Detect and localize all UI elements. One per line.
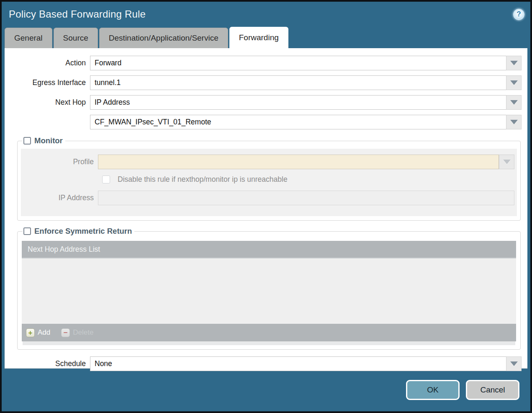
tab-forwarding[interactable]: Forwarding bbox=[229, 27, 288, 48]
profile-dropdown-button bbox=[499, 155, 514, 169]
chevron-down-icon bbox=[510, 361, 518, 366]
monitor-fieldset: Monitor Profile Disable this rule if nex… bbox=[17, 136, 521, 221]
cancel-button[interactable]: Cancel bbox=[466, 380, 519, 400]
profile-value bbox=[98, 155, 499, 169]
disable-rule-row: Disable this rule if nexthop/monitor ip … bbox=[102, 175, 517, 184]
add-button[interactable]: + Add bbox=[26, 328, 50, 337]
monitor-legend: Monitor bbox=[23, 136, 65, 145]
enforce-symmetric-return-legend: Enforce Symmetric Return bbox=[23, 227, 134, 236]
action-row: Action Forward bbox=[5, 56, 522, 70]
table-horizontal-scrollbar[interactable] bbox=[23, 341, 515, 345]
next-hop-address-dropdown: CF_MWAN_IPsec_VTI_01_Remote bbox=[90, 115, 522, 129]
schedule-label: Schedule bbox=[5, 359, 90, 368]
disable-rule-checkbox bbox=[102, 176, 110, 183]
next-hop-address-table-header: Next Hop Address List bbox=[22, 241, 516, 258]
forwarding-tab-panel: Action Forward Egress Interface tunnel.1… bbox=[5, 48, 527, 369]
plus-icon: + bbox=[26, 328, 35, 337]
next-hop-address-list-column-header: Next Hop Address List bbox=[28, 245, 100, 254]
tab-destination-application-service[interactable]: Destination/Application/Service bbox=[99, 28, 228, 48]
monitor-disabled-panel: Profile Disable this rule if nexthop/mon… bbox=[21, 149, 517, 216]
dialog-title: Policy Based Forwarding Rule bbox=[9, 8, 146, 20]
enforce-symmetric-return-checkbox[interactable] bbox=[23, 227, 31, 235]
monitor-legend-label: Monitor bbox=[34, 136, 63, 145]
egress-interface-label: Egress Interface bbox=[5, 78, 90, 87]
egress-interface-row: Egress Interface tunnel.1 bbox=[5, 75, 522, 90]
dialog-footer: OK Cancel bbox=[2, 369, 530, 411]
next-hop-address-dropdown-button[interactable] bbox=[506, 115, 522, 129]
next-hop-row: Next Hop IP Address bbox=[5, 95, 522, 110]
delete-button: − Delete bbox=[61, 328, 93, 337]
next-hop-address-value[interactable]: CF_MWAN_IPsec_VTI_01_Remote bbox=[90, 115, 506, 129]
monitor-checkbox[interactable] bbox=[23, 137, 31, 145]
next-hop-address-table: Next Hop Address List + Add − Delete bbox=[22, 241, 516, 345]
profile-label: Profile bbox=[21, 157, 98, 166]
monitor-ip-address-row: IP Address bbox=[21, 191, 514, 205]
egress-interface-value[interactable]: tunnel.1 bbox=[90, 75, 506, 90]
egress-interface-dropdown: tunnel.1 bbox=[90, 75, 522, 90]
egress-interface-dropdown-button[interactable] bbox=[506, 75, 522, 90]
titlebar: Policy Based Forwarding Rule ? bbox=[2, 2, 530, 27]
profile-dropdown bbox=[98, 155, 514, 169]
next-hop-type-dropdown: IP Address bbox=[90, 95, 522, 110]
add-button-label: Add bbox=[38, 328, 50, 337]
action-label: Action bbox=[5, 59, 90, 67]
minus-icon: − bbox=[61, 328, 70, 337]
tab-general[interactable]: General bbox=[5, 28, 52, 48]
next-hop-address-table-body[interactable] bbox=[22, 258, 516, 324]
action-dropdown-button[interactable] bbox=[506, 56, 522, 70]
action-dropdown: Forward bbox=[90, 56, 522, 70]
next-hop-label: Next Hop bbox=[5, 98, 90, 107]
policy-based-forwarding-dialog: Policy Based Forwarding Rule ? General S… bbox=[0, 0, 532, 413]
ok-button[interactable]: OK bbox=[406, 380, 460, 400]
tab-bar: General Source Destination/Application/S… bbox=[2, 27, 530, 48]
delete-button-label: Delete bbox=[73, 328, 93, 337]
disable-rule-label: Disable this rule if nexthop/monitor ip … bbox=[118, 175, 288, 184]
chevron-down-icon bbox=[510, 80, 518, 85]
enforce-symmetric-return-legend-label: Enforce Symmetric Return bbox=[34, 227, 132, 236]
next-hop-type-dropdown-button[interactable] bbox=[506, 95, 522, 110]
chevron-down-icon bbox=[503, 160, 511, 164]
monitor-ip-address-input bbox=[98, 191, 514, 205]
tab-source[interactable]: Source bbox=[54, 28, 98, 48]
next-hop-type-value[interactable]: IP Address bbox=[90, 95, 506, 110]
help-icon[interactable]: ? bbox=[513, 9, 524, 20]
profile-row: Profile bbox=[21, 155, 514, 169]
chevron-down-icon bbox=[510, 120, 518, 124]
chevron-down-icon bbox=[510, 61, 518, 65]
next-hop-address-row: CF_MWAN_IPsec_VTI_01_Remote bbox=[5, 115, 522, 129]
chevron-down-icon bbox=[510, 100, 518, 105]
monitor-ip-address-label: IP Address bbox=[21, 194, 98, 202]
next-hop-address-table-footer: + Add − Delete bbox=[22, 324, 516, 341]
action-value[interactable]: Forward bbox=[90, 56, 506, 70]
enforce-symmetric-return-fieldset: Enforce Symmetric Return Next Hop Addres… bbox=[17, 227, 521, 350]
